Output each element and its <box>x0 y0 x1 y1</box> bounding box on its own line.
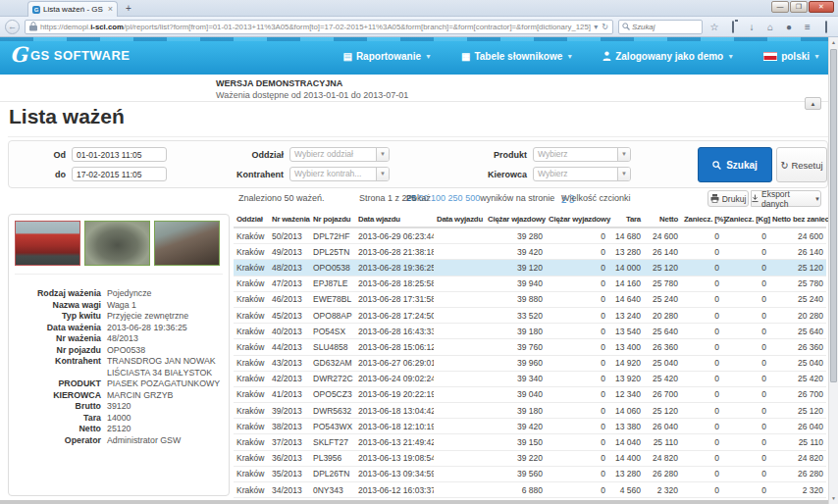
account-icon[interactable]: ● <box>782 20 796 34</box>
to-label: do <box>44 168 66 182</box>
column-header[interactable]: Tara <box>608 212 644 227</box>
cell-oddzial: Kraków <box>234 419 269 434</box>
cell-nr-pojazdu: GD632AM <box>310 355 355 371</box>
collapse-panel-button[interactable]: ▲ <box>805 97 821 110</box>
export-data-button[interactable]: Eksport danych ▼ <box>751 190 821 207</box>
product-select[interactable]: Wybierz▼ <box>533 147 631 162</box>
nav-item-raportowanie[interactable]: ▤ Raportowanie ▼ <box>342 51 432 62</box>
cell-ciezar-wjazdowy: 39 120 <box>485 260 546 276</box>
contractor-select[interactable]: Wybierz kontrah...▼ <box>289 167 390 181</box>
page-size-250[interactable]: 250 <box>448 193 463 203</box>
cell-zaniecz-kg: 0 <box>722 355 769 371</box>
url-bar[interactable]: https://demopl.i-scl.com/pl/reports/list… <box>25 20 613 34</box>
table-row[interactable]: Kraków 37/2013 SKLFT27 2013-06-13 21:49:… <box>234 434 826 450</box>
url-dropdown-icon[interactable]: ▾ <box>594 23 598 31</box>
browser-scrollbar[interactable]: ▲ ▼ <box>828 37 838 504</box>
search-button[interactable]: Szukaj <box>698 147 772 182</box>
cell-zaniecz-proc: 0 <box>681 419 722 434</box>
cell-oddzial: Kraków <box>234 339 269 355</box>
font-size-1[interactable]: 1 <box>561 193 565 202</box>
weighings-table: OddziałNr ważeniaNr pojazduData wjazduDa… <box>234 212 826 504</box>
weighing-photo-rear[interactable] <box>154 221 220 266</box>
branch-select[interactable]: Wybierz oddział▼ <box>289 147 390 162</box>
table-row[interactable]: Kraków 47/2013 EPJ87LE 2013-06-28 18:25:… <box>234 276 826 291</box>
table-row[interactable]: Kraków 48/2013 OPO0538 2013-06-28 19:36:… <box>234 260 826 276</box>
cell-ciezar-wjazdowy: 39 880 <box>485 291 546 307</box>
browser-search-box[interactable] <box>618 20 703 34</box>
downloads-icon[interactable]: ↓ <box>745 20 759 34</box>
table-row[interactable]: Kraków 45/2013 OPO88AP 2013-06-28 17:24:… <box>234 307 826 323</box>
cell-netto: 25 420 <box>644 371 681 386</box>
table-row[interactable]: Kraków 44/2013 SLU4858 2013-06-28 15:06:… <box>234 339 826 355</box>
cell-ciezar-wyjazdowy: 0 <box>546 466 608 481</box>
table-row[interactable]: Kraków 34/2013 0NY343 2013-06-12 16:03:3… <box>234 482 826 498</box>
window-close-button[interactable]: ✕ <box>809 1 834 13</box>
table-row[interactable]: Kraków 35/2013 DPL26TN 2013-06-13 09:34:… <box>234 466 826 481</box>
reload-icon[interactable]: ↻ <box>602 23 608 31</box>
table-row[interactable]: Kraków 46/2013 EWE78BL 2013-06-28 17:31:… <box>234 291 826 307</box>
column-header[interactable]: Zaniecz. [Kg] <box>722 212 769 227</box>
cell-ciezar-wjazdowy: 39 180 <box>485 324 546 339</box>
column-header[interactable]: Nr ważenia <box>269 212 310 227</box>
date-to-input[interactable] <box>72 167 167 181</box>
scrollbar-up-icon[interactable]: ▲ <box>829 38 838 47</box>
sidebar-toggle-icon[interactable] <box>819 20 833 34</box>
detail-row: Netto 25120 <box>15 424 223 435</box>
browser-tab[interactable]: G Lista ważeń - GS Panel × <box>27 1 118 17</box>
menu-hamburger-icon[interactable]: ≡ <box>801 20 814 34</box>
back-button[interactable]: ← <box>5 20 20 34</box>
nav-item-user[interactable]: Zalogowany jako demo ▼ <box>602 51 734 62</box>
cell-data-wyjazdu <box>434 466 485 481</box>
column-header[interactable]: Data wyjazdu <box>434 212 485 227</box>
table-row[interactable]: Kraków 38/2013 PO543WX 2013-06-18 12:10:… <box>234 419 826 434</box>
home-icon[interactable]: ⌂ <box>763 20 777 34</box>
reset-button[interactable]: ↻ Resetuj <box>776 147 827 182</box>
demo-subtitle: Ważenia dostępne od 2013-01-01 do 2013-0… <box>216 90 408 100</box>
page-size-100[interactable]: 100 <box>431 193 445 203</box>
column-header[interactable]: Oddział <box>234 212 269 227</box>
driver-select[interactable]: Wybierz▼ <box>533 167 631 181</box>
refresh-icon: ↻ <box>780 160 788 171</box>
tab-close-icon[interactable]: × <box>108 5 113 14</box>
browser-search-input[interactable] <box>632 23 691 31</box>
detail-label: Kontrahent <box>15 356 101 378</box>
table-row[interactable]: Kraków 42/2013 DWR272C 2013-06-24 09:02:… <box>234 371 826 386</box>
table-row[interactable]: Kraków 50/2013 DPL72HF 2013-06-29 06:23:… <box>234 227 826 244</box>
detail-label: Rodzaj ważenia <box>15 288 101 300</box>
gs-software-logo[interactable]: G GS SOFTWARE <box>10 45 131 65</box>
table-row[interactable]: Kraków 39/2013 DWR5632 2013-06-18 13:04:… <box>234 403 826 419</box>
column-header[interactable]: Nr pojazdu <box>310 212 355 227</box>
bookmark-star-icon[interactable]: ☆ <box>707 20 721 34</box>
scrollbar-thumb[interactable] <box>830 49 837 382</box>
browser-toolbar: ← https://demopl.i-scl.com/pl/reports/li… <box>0 17 838 37</box>
print-button[interactable]: Drukuj <box>707 190 749 207</box>
window-minimize-button[interactable]: — <box>771 1 789 13</box>
table-row[interactable]: Kraków 40/2013 PO54SX 2013-06-28 16:43:3… <box>234 324 826 339</box>
table-row[interactable]: Kraków 49/2013 DPL25TN 2013-06-28 21:38:… <box>234 244 826 260</box>
cell-data-wjazdu: 2013-06-24 09:02:24 <box>355 371 434 386</box>
new-tab-button[interactable]: + <box>122 3 135 16</box>
cell-ciezar-wjazdowy: 39 280 <box>485 227 546 244</box>
table-row[interactable]: Kraków 41/2013 OPO5CZ3 2013-06-19 20:22:… <box>234 386 826 402</box>
cell-tara: 4 560 <box>608 482 644 498</box>
table-row[interactable]: Kraków 43/2013 GD632AM 2013-06-27 06:29:… <box>234 355 826 371</box>
column-header[interactable]: Netto bez zaniecz. <box>769 212 826 227</box>
window-restore-button[interactable]: ❐ <box>790 1 808 13</box>
cell-nr-wazenia: 45/2013 <box>269 307 310 323</box>
weighing-photo-top[interactable] <box>84 221 150 266</box>
column-header[interactable]: Ciężar wyjazdowy <box>546 212 608 227</box>
date-from-input[interactable] <box>72 147 167 162</box>
scrollbar-down-icon[interactable]: ▼ <box>829 494 838 503</box>
nav-item-tabele-slownikowe[interactable]: ▦ Tabele słownikowe ▼ <box>461 51 573 62</box>
column-header[interactable]: Data wjazdu <box>355 212 434 227</box>
detail-value: PIASEK POZAGATUNKOWY <box>107 378 221 390</box>
bookmarks-icon[interactable] <box>726 20 740 34</box>
nav-item-language[interactable]: polski ▼ <box>763 51 820 62</box>
weighing-photo-front[interactable] <box>15 221 80 266</box>
column-header[interactable]: Ciężar wjazdowy <box>485 212 546 227</box>
cell-netto-bez-zaniecz: 26 700 <box>769 386 826 402</box>
page-size-500[interactable]: 500 <box>465 193 480 203</box>
column-header[interactable]: Netto <box>644 212 681 227</box>
table-row[interactable]: Kraków 36/2013 PL3956 2013-06-13 19:08:5… <box>234 450 826 466</box>
column-header[interactable]: Zaniecz. [%] <box>681 212 722 227</box>
